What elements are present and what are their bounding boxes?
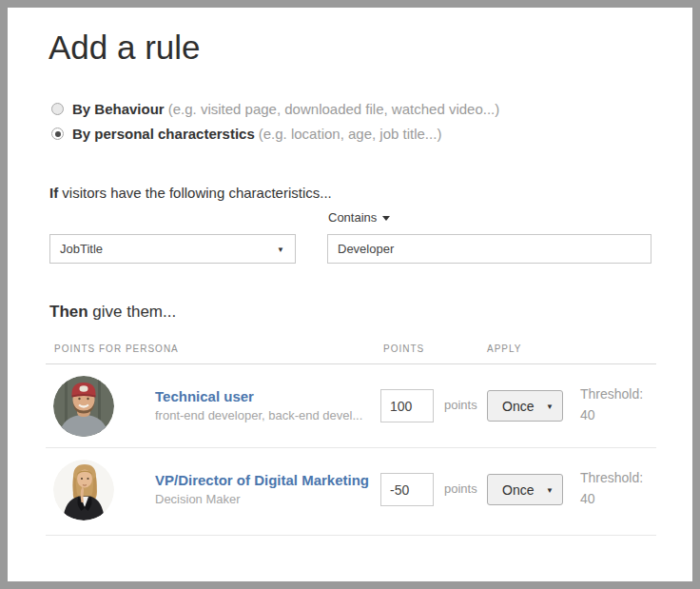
apply-select-value: Once (488, 399, 534, 414)
points-input[interactable] (380, 389, 434, 422)
radio-selected-icon[interactable] (51, 128, 64, 140)
condition-keyword: If (49, 185, 58, 201)
apply-select-value: Once (488, 482, 534, 498)
rule-type-option-personal[interactable]: By personal characterstics (e.g. locatio… (51, 126, 441, 142)
threshold-value: 40 (580, 488, 643, 509)
threshold-info: Threshold: 40 (580, 383, 643, 425)
rule-type-hint: (e.g. location, age, job title...) (259, 126, 442, 142)
persona-avatar (53, 376, 114, 437)
action-sentence: Then give them... (49, 303, 176, 322)
apply-select[interactable]: Once ▼ (487, 390, 563, 422)
action-sentence-rest: give them... (88, 303, 177, 321)
caret-down-icon (382, 216, 390, 221)
points-suffix-label: points (444, 398, 477, 412)
threshold-value: 40 (580, 404, 643, 425)
persona-avatar (53, 460, 114, 520)
column-header-points: POINTS (383, 344, 424, 354)
persona-name-link[interactable]: Technical user (155, 388, 254, 404)
points-input[interactable] (380, 473, 434, 506)
select-arrow-icon: ▼ (277, 245, 284, 253)
table-row: Technical user front-end developer, back… (46, 364, 656, 448)
action-keyword: Then (49, 303, 88, 321)
rule-type-label: By Behaviour (72, 101, 165, 117)
threshold-info: Threshold: 40 (580, 467, 643, 509)
rule-type-hint: (e.g. visited page, downloaded file, wat… (168, 101, 500, 117)
threshold-label: Threshold: (580, 467, 643, 488)
attribute-select-value: JobTitle (50, 242, 103, 256)
column-header-persona: POINTS FOR PERSONA (54, 344, 179, 354)
table-header-row: POINTS FOR PERSONA POINTS APPLY (46, 341, 656, 364)
rule-type-label: By personal characterstics (72, 126, 255, 142)
persona-points-table: POINTS FOR PERSONA POINTS APPLY (46, 341, 656, 536)
select-arrow-icon: ▼ (546, 485, 554, 494)
rule-type-option-behaviour[interactable]: By Behaviour (e.g. visited page, downloa… (51, 101, 499, 117)
radio-unselected-icon[interactable] (51, 103, 64, 115)
condition-sentence: If visitors have the following character… (49, 185, 332, 201)
apply-select[interactable]: Once ▼ (487, 474, 563, 505)
column-header-apply: APPLY (487, 344, 522, 354)
condition-sentence-rest: visitors have the following characterist… (58, 185, 332, 201)
select-arrow-icon: ▼ (546, 402, 554, 410)
condition-value-input[interactable] (327, 234, 651, 264)
operator-dropdown[interactable]: Contains (328, 210, 390, 225)
persona-description: front-end developer, back-end devel... (155, 408, 362, 422)
points-suffix-label: points (444, 481, 477, 496)
attribute-select[interactable]: JobTitle ▼ (49, 234, 296, 264)
operator-label: Contains (328, 210, 377, 225)
threshold-label: Threshold: (580, 383, 643, 404)
page-title: Add a rule (49, 29, 201, 67)
persona-description: Decision Maker (155, 492, 241, 506)
add-rule-page: Add a rule By Behaviour (e.g. visited pa… (0, 0, 700, 589)
table-row: VP/Director of Digital Marketing Decisio… (46, 448, 656, 536)
persona-name-link[interactable]: VP/Director of Digital Marketing (155, 472, 369, 488)
